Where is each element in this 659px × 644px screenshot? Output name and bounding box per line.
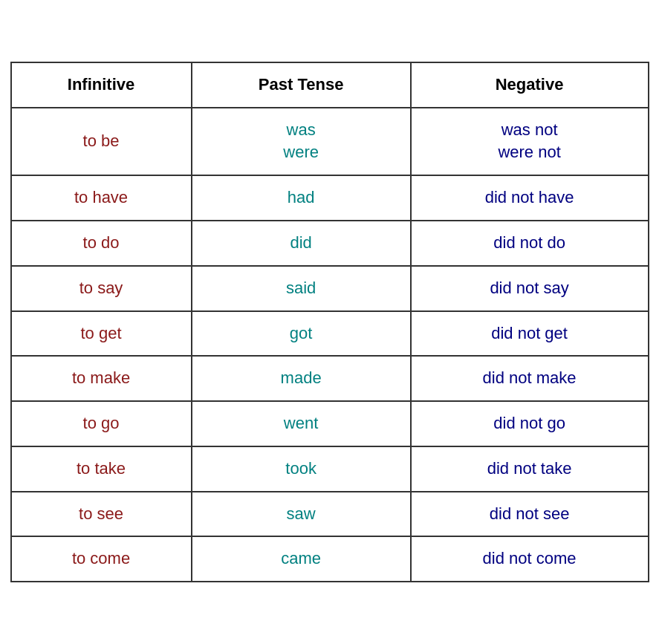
table-row: to getgotdid not get	[11, 311, 649, 357]
cell-past-tense: went	[192, 401, 411, 446]
header-infinitive: Infinitive	[11, 62, 192, 108]
cell-infinitive: to make	[11, 356, 192, 401]
table-row: to seesawdid not see	[11, 492, 649, 537]
table-row: to bewaswerewas notwere not	[11, 108, 649, 176]
cell-negative: did not go	[411, 401, 649, 446]
cell-infinitive: to say	[11, 266, 192, 311]
cell-past-tense: made	[192, 356, 411, 401]
table-row: to makemadedid not make	[11, 356, 649, 401]
table-row: to gowentdid not go	[11, 401, 649, 446]
header-row: Infinitive Past Tense Negative	[11, 62, 649, 108]
cell-infinitive: to get	[11, 311, 192, 357]
cell-infinitive: to be	[11, 108, 192, 176]
cell-past-tense: took	[192, 446, 411, 492]
cell-infinitive: to go	[11, 401, 192, 446]
table-row: to comecamedid not come	[11, 536, 649, 582]
cell-infinitive: to see	[11, 492, 192, 537]
header-negative: Negative	[411, 62, 649, 108]
cell-past-tense: said	[192, 266, 411, 311]
cell-negative: did not say	[411, 266, 649, 311]
cell-past-tense: got	[192, 311, 411, 357]
table-row: to dodiddid not do	[11, 221, 649, 266]
cell-infinitive: to have	[11, 175, 192, 221]
cell-past-tense: came	[192, 536, 411, 582]
cell-infinitive: to do	[11, 221, 192, 266]
table-row: to taketookdid not take	[11, 446, 649, 492]
cell-negative: did not have	[411, 175, 649, 221]
header-past-tense: Past Tense	[192, 62, 411, 108]
cell-past-tense: saw	[192, 492, 411, 537]
grammar-table: Infinitive Past Tense Negative to bewasw…	[10, 62, 649, 583]
cell-negative: did not do	[411, 221, 649, 266]
cell-negative: did not make	[411, 356, 649, 401]
cell-past-tense: waswere	[192, 108, 411, 176]
cell-negative: did not see	[411, 492, 649, 537]
cell-infinitive: to come	[11, 536, 192, 582]
cell-past-tense: had	[192, 175, 411, 221]
cell-past-tense: did	[192, 221, 411, 266]
cell-infinitive: to take	[11, 446, 192, 492]
grammar-table-container: Infinitive Past Tense Negative to bewasw…	[10, 62, 649, 583]
cell-negative: did not take	[411, 446, 649, 492]
cell-negative: did not come	[411, 536, 649, 582]
cell-negative: did not get	[411, 311, 649, 357]
table-row: to saysaiddid not say	[11, 266, 649, 311]
cell-negative: was notwere not	[411, 108, 649, 176]
table-row: to havehaddid not have	[11, 175, 649, 221]
